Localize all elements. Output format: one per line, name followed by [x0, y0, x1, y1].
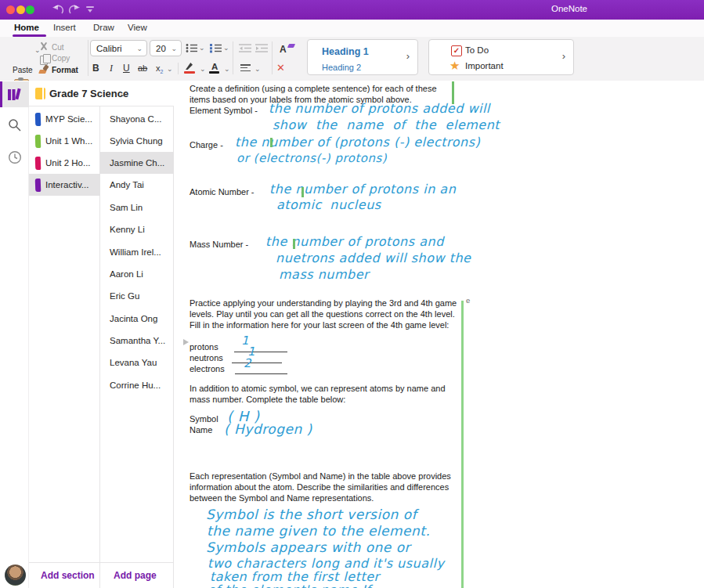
- quick-access-options-icon[interactable]: [86, 6, 94, 8]
- tags-gallery[interactable]: ✓ To Do ★ Important ›: [428, 39, 574, 75]
- section-item-unit2[interactable]: Unit 2 Ho...: [29, 152, 100, 174]
- page-text-line: information about the atom. Describe the…: [190, 482, 449, 492]
- section-label: Unit 2 Ho...: [45, 158, 91, 168]
- alignment-chevron-icon[interactable]: ⌄: [255, 65, 261, 73]
- user-avatar[interactable]: [5, 565, 26, 586]
- tab-home[interactable]: Home: [14, 23, 39, 32]
- page-item[interactable]: Corrine Hu...: [100, 374, 174, 396]
- styles-gallery[interactable]: Heading 1 Heading 2 ›: [307, 39, 418, 75]
- format-painter-button[interactable]: Format: [52, 66, 78, 74]
- page-label: Samantha Y...: [110, 336, 165, 345]
- page-item[interactable]: Kenny Li: [100, 218, 174, 240]
- page-item[interactable]: Sam Lin: [100, 197, 174, 218]
- ribbon-divider: [178, 63, 179, 74]
- neutrons-blank-line: [232, 363, 282, 363]
- italic-button[interactable]: I: [110, 63, 113, 74]
- paste-button[interactable]: Paste: [13, 66, 33, 74]
- app-title: OneNote: [517, 4, 622, 13]
- ink-atomic-line1: the number of protons in an: [269, 182, 456, 197]
- page-text-line: levels. Play until you can get all the q…: [190, 309, 455, 319]
- page-item[interactable]: Eric Gu: [100, 285, 174, 307]
- cut-button[interactable]: Cut: [52, 43, 64, 52]
- clear-formatting-eraser-icon: [287, 44, 295, 48]
- alignment-icon[interactable]: [240, 64, 251, 74]
- page-item[interactable]: Samantha Y...: [100, 330, 174, 352]
- important-star-icon: ★: [449, 59, 460, 73]
- close-window-button[interactable]: [6, 5, 15, 14]
- rail-active-indicator: [0, 81, 2, 107]
- font-color-chevron-icon[interactable]: ⌄: [224, 65, 230, 73]
- bullet-list-icon[interactable]: [186, 43, 198, 53]
- font-name-combo[interactable]: Calibri ⌄: [90, 40, 147, 56]
- clear-formatting-button[interactable]: A: [280, 41, 287, 56]
- tab-draw[interactable]: Draw: [93, 23, 114, 32]
- page-item[interactable]: Sylvia Chung: [100, 130, 174, 152]
- element-symbol-label: Element Symbol -: [190, 106, 258, 115]
- subscript-chevron-icon[interactable]: ⌄: [167, 65, 173, 73]
- bullet-list-chevron-icon[interactable]: ⌄: [199, 44, 205, 52]
- copy-icon: [40, 56, 48, 65]
- font-color-button[interactable]: A: [211, 62, 218, 71]
- section-spine-icon: [35, 179, 42, 192]
- tags-more-chevron-icon[interactable]: ›: [562, 50, 565, 62]
- section-item-myp-science[interactable]: MYP Scie...: [29, 108, 100, 130]
- ribbon-tab-row: Home Insert Draw View: [0, 20, 704, 37]
- cut-icon: [38, 41, 49, 51]
- styles-more-chevron-icon[interactable]: ›: [406, 50, 410, 62]
- collaborator-cursor: [293, 239, 295, 249]
- decrease-indent-icon[interactable]: [239, 43, 252, 53]
- section-item-unit1[interactable]: Unit 1 Wh...: [29, 130, 100, 152]
- tab-view[interactable]: View: [128, 23, 147, 32]
- todo-checkbox-icon[interactable]: ✓: [451, 45, 462, 56]
- numbered-list-chevron-icon[interactable]: ⌄: [223, 44, 229, 52]
- bold-button[interactable]: B: [92, 63, 99, 74]
- numbered-list-icon[interactable]: [210, 43, 222, 53]
- ink-answer-line3: Symbols appears with one or: [206, 539, 410, 555]
- search-icon[interactable]: [8, 118, 22, 132]
- minimize-window-button[interactable]: [16, 5, 25, 14]
- strikethrough-button[interactable]: ab: [138, 63, 147, 73]
- ink-element-symbol-line1: the number of protons added will: [269, 101, 490, 116]
- style-heading1[interactable]: Heading 1: [322, 46, 369, 57]
- underline-button[interactable]: U: [123, 63, 130, 74]
- subscript-button[interactable]: x2: [156, 63, 163, 74]
- redo-icon[interactable]: [67, 4, 81, 16]
- charge-label: Charge -: [190, 140, 223, 150]
- page-item[interactable]: Andy Tai: [100, 174, 174, 196]
- delete-icon[interactable]: ✕: [276, 62, 285, 74]
- add-page-button[interactable]: Add page: [114, 570, 157, 581]
- undo-icon[interactable]: [52, 4, 65, 16]
- page-item[interactable]: Jacinta Ong: [100, 308, 174, 330]
- section-item-interactive[interactable]: Interactiv...: [29, 174, 100, 196]
- page-item[interactable]: Aaron Li: [100, 263, 174, 285]
- page-label: Eric Gu: [110, 291, 139, 301]
- section-spine-icon: [35, 135, 42, 148]
- page-item-selected[interactable]: Jasmine Ch...: [100, 152, 174, 174]
- font-name-value: Calibri: [96, 44, 122, 53]
- font-size-combo[interactable]: 20 ⌄: [150, 40, 182, 56]
- notebook-switcher[interactable]: Grade 7 Science ⌄: [29, 81, 174, 106]
- page-item[interactable]: Levana Yau: [100, 352, 174, 373]
- highlighter-icon[interactable]: [186, 63, 193, 70]
- tag-important[interactable]: Important: [465, 61, 504, 70]
- add-section-button[interactable]: Add section: [41, 570, 95, 581]
- tab-insert[interactable]: Insert: [53, 23, 76, 32]
- zoom-window-button[interactable]: [26, 5, 34, 14]
- page-text-line: Each representation (Symbol and Name) in…: [190, 471, 451, 481]
- page-item[interactable]: William Irel...: [100, 241, 174, 263]
- subscript-2: 2: [161, 69, 164, 74]
- recent-notes-clock-icon[interactable]: [8, 150, 22, 164]
- tag-todo[interactable]: To Do: [465, 45, 489, 55]
- ink-charge-line2: or (electrons(-) protons): [236, 151, 387, 165]
- notebook-title[interactable]: Grade 7 Science: [49, 88, 128, 99]
- style-heading2[interactable]: Heading 2: [322, 63, 361, 72]
- page-item[interactable]: Shayona C...: [100, 108, 174, 130]
- page-text-line: between the Symbol and Name representati…: [190, 493, 374, 503]
- increase-indent-icon[interactable]: [255, 43, 269, 53]
- paragraph-handle-icon[interactable]: [183, 339, 189, 345]
- copy-button[interactable]: Copy: [52, 54, 70, 63]
- highlighter-chevron-icon[interactable]: ⌄: [200, 65, 206, 73]
- notebooks-icon[interactable]: [7, 88, 23, 102]
- page-label: Aaron Li: [110, 269, 143, 279]
- font-color-bar: [209, 71, 219, 74]
